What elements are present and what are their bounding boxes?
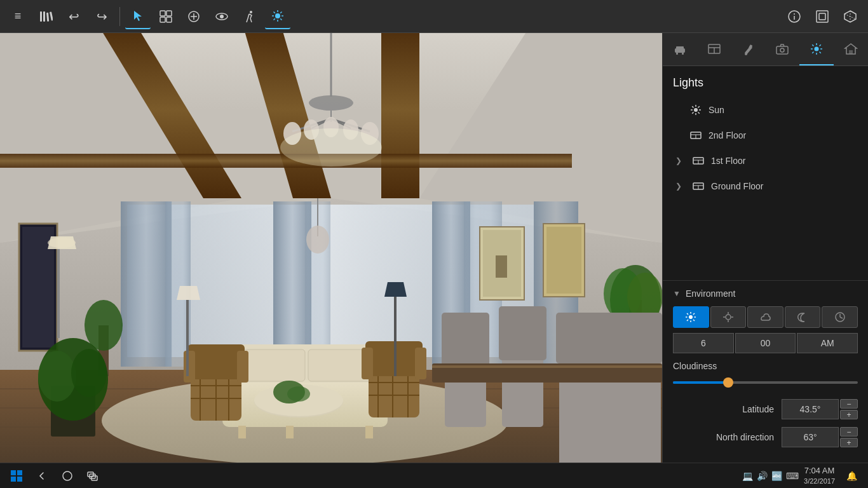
svg-rect-108: [237, 351, 248, 383]
svg-rect-129: [499, 306, 546, 360]
room-scene: [0, 33, 662, 463]
tod-cloudy-button[interactable]: [747, 306, 783, 328]
latitude-row: Latitude 43.5° − +: [673, 399, 858, 419]
latitude-decrease-button[interactable]: −: [840, 399, 858, 409]
taskbar-tray-icons: 💻 🔊 🔤 ⌨: [742, 471, 799, 481]
svg-rect-2: [46, 12, 49, 21]
taskbar-tray: 💻 🔊 🔤 ⌨ 7:04 AM 3/22/2017 🔔: [742, 464, 863, 487]
svg-rect-118: [186, 300, 189, 376]
tab-house[interactable]: [834, 33, 868, 65]
light-item-ground-floor[interactable]: ❯ Ground Floor: [673, 173, 858, 199]
svg-rect-0: [40, 11, 42, 22]
fullscreen-button[interactable]: [810, 4, 835, 29]
svg-rect-107: [184, 351, 195, 383]
arrange-button[interactable]: [153, 4, 179, 29]
undo-button[interactable]: ↩: [61, 4, 86, 29]
svg-marker-119: [177, 286, 200, 300]
tab-lighting[interactable]: [799, 33, 834, 65]
network-icon[interactable]: 💻: [742, 471, 753, 481]
cloudiness-slider[interactable]: [673, 376, 858, 389]
svg-point-12: [220, 15, 224, 18]
environment-header[interactable]: ▼ Environment: [673, 288, 858, 299]
light-item-2nd-floor[interactable]: 2nd Floor: [673, 123, 858, 148]
svg-line-180: [693, 320, 695, 321]
svg-rect-4: [160, 11, 165, 16]
info-button[interactable]: [782, 4, 807, 29]
environment-title: Environment: [686, 288, 736, 299]
tab-furnish[interactable]: [663, 33, 697, 65]
svg-line-190: [840, 317, 843, 318]
select-tool-button[interactable]: [125, 4, 151, 29]
svg-rect-77: [496, 255, 507, 278]
tod-night-button[interactable]: [785, 306, 821, 328]
task-view-button[interactable]: [81, 464, 104, 487]
svg-point-56: [309, 95, 353, 111]
environment-section: ▼ Environment: [663, 280, 868, 463]
svg-point-195: [63, 471, 72, 480]
svg-point-14: [275, 13, 280, 18]
3d-button[interactable]: [837, 4, 863, 29]
svg-rect-26: [817, 11, 828, 22]
svg-rect-131: [556, 313, 662, 363]
svg-rect-136: [676, 53, 678, 55]
svg-rect-44: [121, 201, 172, 367]
svg-line-179: [687, 313, 688, 315]
tod-sunrise-button[interactable]: [673, 306, 709, 328]
tod-custom-button[interactable]: [822, 306, 858, 328]
svg-point-24: [794, 13, 795, 15]
svg-point-13: [250, 11, 252, 13]
tab-camera[interactable]: [765, 33, 799, 65]
svg-point-67: [280, 128, 382, 166]
input-icon[interactable]: 🔤: [771, 471, 782, 481]
1st-floor-chevron[interactable]: ❯: [675, 156, 688, 165]
tab-build[interactable]: [697, 33, 731, 65]
top-toolbar: ≡ ↩ ↪: [0, 0, 868, 33]
tod-day-button[interactable]: [710, 306, 747, 328]
light-item-sun[interactable]: Sun: [673, 97, 858, 123]
latitude-increase-button[interactable]: +: [840, 410, 858, 419]
volume-icon[interactable]: 🔊: [757, 471, 768, 481]
3d-viewport[interactable]: ❯: [0, 33, 662, 463]
tab-paint[interactable]: [731, 33, 766, 65]
build-button[interactable]: [181, 4, 207, 29]
2nd-floor-icon: [688, 128, 703, 143]
sun-button[interactable]: [265, 4, 290, 29]
north-direction-label: North direction: [673, 432, 774, 442]
latitude-input[interactable]: 43.5°: [782, 399, 839, 419]
north-direction-increase-button[interactable]: +: [840, 438, 858, 447]
cortana-button[interactable]: [56, 464, 79, 487]
cloudiness-fill: [673, 381, 728, 384]
1st-floor-label: 1st Floor: [711, 156, 745, 166]
ground-floor-chevron[interactable]: ❯: [675, 182, 688, 191]
north-direction-input[interactable]: 63°: [782, 427, 839, 447]
cloudiness-thumb[interactable]: [723, 377, 733, 388]
view-button[interactable]: [209, 4, 234, 29]
library-button[interactable]: [33, 4, 58, 29]
svg-marker-121: [384, 282, 407, 297]
keyboard-icon[interactable]: ⌨: [786, 471, 799, 481]
redo-button[interactable]: ↪: [89, 4, 114, 29]
svg-line-151: [820, 51, 821, 53]
svg-rect-127: [442, 313, 489, 367]
start-button[interactable]: [5, 464, 28, 487]
2nd-floor-label: 2nd Floor: [709, 130, 746, 140]
panel-spacer: [663, 204, 868, 278]
svg-line-164: [692, 112, 693, 114]
light-item-1st-floor[interactable]: ❯ 1st Floor: [673, 148, 858, 173]
north-direction-decrease-button[interactable]: −: [840, 427, 858, 437]
time-hour-field[interactable]: 6: [673, 333, 734, 353]
lights-section: Lights Sun: [663, 66, 868, 204]
walk-button[interactable]: [237, 4, 262, 29]
back-button[interactable]: [31, 464, 53, 487]
lights-title: Lights: [673, 76, 858, 90]
svg-line-181: [693, 313, 695, 315]
time-period-field[interactable]: AM: [797, 333, 858, 353]
svg-rect-133: [432, 365, 662, 368]
separator-1: [119, 7, 120, 26]
svg-rect-5: [166, 11, 172, 16]
menu-button[interactable]: ≡: [5, 4, 31, 29]
taskbar-clock[interactable]: 7:04 AM 3/22/2017: [804, 466, 835, 485]
notification-icon[interactable]: 🔔: [840, 464, 863, 487]
svg-point-89: [71, 349, 107, 397]
time-minute-field[interactable]: 00: [735, 333, 796, 353]
